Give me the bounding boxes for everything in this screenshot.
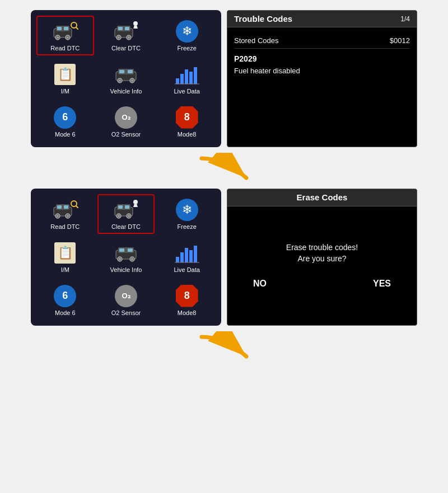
erase-title: Erase Codes bbox=[297, 192, 348, 202]
svg-point-5 bbox=[57, 36, 59, 39]
menu-item-im[interactable]: 📋I/M bbox=[36, 59, 94, 98]
menu-item-clear-dtc[interactable]: Clear DTC bbox=[97, 194, 155, 234]
svg-point-54 bbox=[133, 200, 138, 204]
svg-rect-68 bbox=[189, 250, 193, 262]
menu-item-vehicle-info[interactable]: Vehicle Info bbox=[97, 237, 155, 277]
svg-rect-69 bbox=[194, 246, 197, 262]
menu-item-o2-sensor[interactable]: O₂O2 Sensor bbox=[97, 280, 155, 320]
menu-item-freeze[interactable]: ❄Freeze bbox=[158, 194, 216, 234]
erase-codes-panel: Erase Codes Erase trouble codes! Are you… bbox=[227, 189, 417, 326]
dtc-code: P2029 bbox=[234, 49, 410, 63]
vehicle-info-icon bbox=[113, 242, 139, 264]
menu-item-mode8[interactable]: 8Mode8 bbox=[158, 102, 216, 142]
svg-rect-59 bbox=[119, 248, 124, 252]
top-section: Read DTC Clear DTC❄Freeze📋I/M bbox=[8, 6, 440, 152]
svg-point-18 bbox=[133, 21, 138, 26]
stored-codes-value: $0012 bbox=[390, 36, 410, 45]
svg-point-53 bbox=[128, 215, 130, 217]
trouble-codes-body: Stored Codes $0012 P2029 Fuel heater dis… bbox=[227, 27, 417, 81]
freeze-icon: ❄ bbox=[174, 20, 200, 43]
svg-point-51 bbox=[118, 215, 120, 217]
menu-item-live-data[interactable]: Live Data bbox=[158, 59, 216, 98]
svg-point-7 bbox=[67, 36, 69, 39]
mode8-label: Mode8 bbox=[178, 309, 197, 316]
erase-message: Erase trouble codes! bbox=[286, 243, 358, 252]
live-data-label: Live Data bbox=[174, 88, 199, 95]
mode8-icon: 8 bbox=[174, 106, 200, 129]
im-icon: 📋 bbox=[52, 242, 78, 264]
arrow-down-right-2 bbox=[190, 331, 258, 362]
clear-dtc-icon bbox=[113, 199, 139, 221]
svg-point-64 bbox=[131, 258, 133, 260]
vehicle-info-icon bbox=[113, 63, 139, 86]
live-data-icon bbox=[174, 242, 200, 264]
svg-rect-56 bbox=[133, 206, 138, 207]
yes-button[interactable]: YES bbox=[373, 279, 391, 289]
erase-question: Are you sure? bbox=[297, 254, 346, 263]
o2-sensor-icon: O₂ bbox=[113, 106, 139, 129]
arrow-down-right-1 bbox=[190, 153, 258, 184]
svg-rect-13 bbox=[125, 27, 129, 30]
svg-point-26 bbox=[119, 79, 121, 82]
mode6-icon: 6 bbox=[52, 106, 78, 129]
trouble-codes-header: Trouble Codes 1/4 bbox=[227, 11, 417, 27]
svg-rect-19 bbox=[134, 26, 137, 27]
svg-point-15 bbox=[118, 36, 120, 39]
stored-codes-label: Stored Codes bbox=[234, 36, 279, 45]
svg-point-28 bbox=[131, 79, 133, 82]
svg-rect-55 bbox=[134, 204, 137, 206]
menu-item-read-dtc[interactable]: Read DTC bbox=[36, 16, 94, 55]
svg-rect-32 bbox=[189, 72, 193, 84]
live-data-label: Live Data bbox=[174, 266, 199, 273]
mode8-label: Mode8 bbox=[178, 131, 197, 138]
vehicle-info-label: Vehicle Info bbox=[110, 88, 142, 95]
mode8-icon: 8 bbox=[174, 285, 200, 307]
menu-item-mode6[interactable]: 6Mode 6 bbox=[36, 102, 94, 142]
trouble-codes-page: 1/4 bbox=[400, 15, 410, 23]
menu-item-o2-sensor[interactable]: O₂O2 Sensor bbox=[97, 102, 155, 142]
svg-line-45 bbox=[76, 206, 78, 208]
live-data-icon bbox=[174, 63, 200, 86]
read-dtc-icon bbox=[52, 20, 78, 43]
svg-rect-3 bbox=[64, 27, 68, 30]
svg-rect-30 bbox=[180, 74, 184, 84]
freeze-icon: ❄ bbox=[174, 199, 200, 221]
o2-sensor-label: O2 Sensor bbox=[111, 131, 141, 138]
svg-point-43 bbox=[67, 215, 69, 217]
trouble-codes-title: Trouble Codes bbox=[234, 14, 292, 24]
svg-line-9 bbox=[76, 27, 78, 29]
svg-rect-38 bbox=[57, 205, 62, 209]
svg-rect-49 bbox=[125, 205, 129, 209]
svg-point-62 bbox=[119, 258, 121, 260]
svg-rect-29 bbox=[176, 78, 179, 84]
top-menu-panel: Read DTC Clear DTC❄Freeze📋I/M bbox=[31, 10, 221, 147]
svg-rect-20 bbox=[133, 27, 138, 29]
arrow-2 bbox=[8, 330, 440, 363]
mode6-label: Mode 6 bbox=[55, 131, 76, 138]
menu-item-freeze[interactable]: ❄Freeze bbox=[158, 16, 216, 55]
menu-item-mode6[interactable]: 6Mode 6 bbox=[36, 280, 94, 320]
menu-item-live-data[interactable]: Live Data bbox=[158, 237, 216, 277]
bottom-section: Read DTC Clear DTC❄Freeze📋I/M bbox=[8, 184, 440, 330]
dtc-description: Fuel heater disabled bbox=[234, 63, 410, 75]
svg-point-41 bbox=[57, 215, 59, 217]
o2-sensor-icon: O₂ bbox=[113, 285, 139, 307]
no-button[interactable]: NO bbox=[253, 279, 267, 289]
erase-buttons: NO YES bbox=[236, 279, 408, 289]
svg-rect-39 bbox=[64, 205, 68, 209]
menu-item-read-dtc[interactable]: Read DTC bbox=[36, 194, 94, 234]
menu-item-clear-dtc[interactable]: Clear DTC bbox=[97, 16, 155, 55]
menu-item-im[interactable]: 📋I/M bbox=[36, 237, 94, 277]
clear-dtc-icon bbox=[113, 20, 139, 43]
freeze-label: Freeze bbox=[178, 223, 197, 230]
read-dtc-label: Read DTC bbox=[50, 45, 80, 51]
svg-rect-48 bbox=[118, 205, 123, 209]
menu-item-mode8[interactable]: 8Mode8 bbox=[158, 280, 216, 320]
svg-point-17 bbox=[128, 36, 130, 39]
menu-item-vehicle-info[interactable]: Vehicle Info bbox=[97, 59, 155, 98]
im-label: I/M bbox=[61, 88, 69, 95]
erase-header: Erase Codes bbox=[227, 189, 417, 206]
trouble-codes-panel: Trouble Codes 1/4 Stored Codes $0012 P20… bbox=[227, 10, 417, 147]
erase-body: Erase trouble codes! Are you sure? NO YE… bbox=[227, 206, 417, 325]
svg-rect-2 bbox=[57, 27, 62, 30]
